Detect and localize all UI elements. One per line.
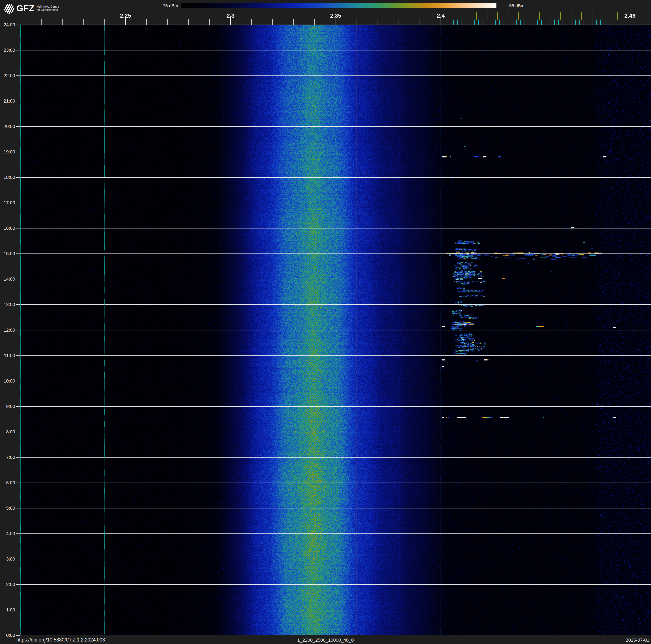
wifi-channel-tick <box>617 12 618 20</box>
ble-channel-tick <box>453 20 454 25</box>
time-tick <box>17 254 20 254</box>
ble-channel-tick <box>457 20 458 25</box>
plot-top-border <box>13 25 651 25</box>
ble-channel-tick <box>537 20 537 25</box>
time-tick <box>17 279 20 279</box>
ble-channel-tick <box>499 20 500 25</box>
ble-channel-tick <box>584 20 584 25</box>
ble-channel-tick <box>554 20 555 25</box>
time-tick-label: 15:00 <box>0 251 15 257</box>
ble-channel-tick <box>478 20 479 25</box>
freq-tick-label: 2.49 <box>624 12 636 19</box>
time-tick-label: 18:00 <box>0 175 15 180</box>
ble-channel-tick <box>516 20 517 25</box>
ble-channel-tick <box>474 20 474 25</box>
ble-channel-tick <box>541 20 542 25</box>
freq-minor-tick <box>167 19 168 25</box>
time-tick-label: 10:00 <box>0 378 15 384</box>
spectrogram-page: GFZ Helmholtz Centre for Geosciences -75… <box>0 0 651 644</box>
time-tick-label: 14:00 <box>0 276 15 282</box>
wifi-channel-tick <box>571 12 571 20</box>
freq-minor-tick <box>188 19 189 25</box>
freq-minor-tick <box>104 19 104 25</box>
wifi-channel-tick <box>592 12 592 20</box>
ble-channel-tick <box>533 20 533 25</box>
ble-channel-tick <box>470 20 470 25</box>
wifi-channel-tick <box>529 12 529 20</box>
ble-channel-tick <box>588 20 588 25</box>
time-tick <box>17 177 20 178</box>
time-tick <box>17 50 20 51</box>
wifi-channel-tick <box>560 12 561 20</box>
freq-tick-label: 2.4 <box>437 12 445 19</box>
wifi-channel-tick <box>508 12 508 20</box>
ble-channel-tick <box>579 20 580 25</box>
freq-minor-tick <box>314 19 315 25</box>
ble-channel-tick <box>596 20 597 25</box>
freq-minor-tick <box>62 19 63 25</box>
time-tick <box>17 508 20 508</box>
ble-channel-tick <box>466 20 466 25</box>
ble-channel-tick <box>483 20 483 25</box>
time-tick-label: 0:00 <box>0 633 15 638</box>
wifi-channel-tick <box>487 12 488 20</box>
time-tick <box>17 355 20 356</box>
time-tick-label: 8:00 <box>0 429 15 435</box>
freq-tick-label: 2.35 <box>330 12 341 19</box>
time-tick <box>17 203 20 203</box>
ble-channel-tick <box>487 20 487 25</box>
time-tick <box>17 559 20 559</box>
freq-minor-tick <box>209 19 210 25</box>
time-tick <box>17 533 20 534</box>
ble-channel-tick <box>529 20 529 25</box>
time-tick-label: 20:00 <box>0 124 15 129</box>
freq-minor-tick <box>378 19 378 25</box>
ble-channel-tick <box>575 20 576 25</box>
time-tick-label: 12:00 <box>0 327 15 333</box>
time-tick-label: 1:00 <box>0 607 15 613</box>
doi-link[interactable]: https://doi.org/10.5880/GFZ.1.2.2024.003 <box>17 637 105 643</box>
ble-channel-tick <box>550 20 550 25</box>
ble-channel-tick <box>525 20 525 25</box>
freq-minor-tick <box>251 19 252 25</box>
ble-channel-tick <box>495 20 496 25</box>
time-tick-label: 19:00 <box>0 149 15 155</box>
ble-channel-tick <box>445 20 445 25</box>
freq-minor-tick <box>146 19 147 25</box>
ble-channel-tick <box>604 20 605 25</box>
ble-channel-tick <box>600 20 601 25</box>
time-tick-label: 21:00 <box>0 98 15 104</box>
time-tick <box>17 330 20 330</box>
time-tick-label: 3:00 <box>0 556 15 562</box>
freq-minor-tick <box>272 19 273 25</box>
ble-channel-tick <box>609 20 609 25</box>
time-tick-label: 22:00 <box>0 73 15 79</box>
time-tick-label: 16:00 <box>0 226 15 231</box>
ble-channel-tick <box>571 20 571 25</box>
time-tick-label: 23:00 <box>0 48 15 53</box>
freq-minor-tick <box>420 19 420 25</box>
ble-channel-tick <box>558 20 559 25</box>
time-tick <box>17 457 20 458</box>
plot-bottom-border <box>13 635 651 635</box>
ble-channel-tick <box>508 20 508 25</box>
ble-channel-tick <box>592 20 592 25</box>
time-tick-label: 6:00 <box>0 480 15 486</box>
ble-channel-tick <box>546 20 546 25</box>
time-tick <box>17 610 20 610</box>
freq-minor-tick <box>399 19 399 25</box>
freq-minor-tick <box>83 19 84 25</box>
time-tick <box>17 304 20 305</box>
time-tick <box>17 432 20 432</box>
wifi-channel-tick <box>476 12 477 20</box>
ble-channel-tick <box>563 20 563 25</box>
time-tick-label: 13:00 <box>0 302 15 307</box>
time-tick-label: 11:00 <box>0 353 15 358</box>
time-tick-label: 7:00 <box>0 455 15 460</box>
frequency-axis: 2.252.32.352.42.49 <box>0 0 651 25</box>
spectrogram-canvas <box>20 25 651 635</box>
time-axis: 24:0023:0022:0021:0020:0019:0018:0017:00… <box>0 0 21 644</box>
ble-channel-tick <box>449 20 450 25</box>
freq-tick-label: 2.3 <box>226 12 235 19</box>
wifi-channel-tick <box>539 12 540 20</box>
